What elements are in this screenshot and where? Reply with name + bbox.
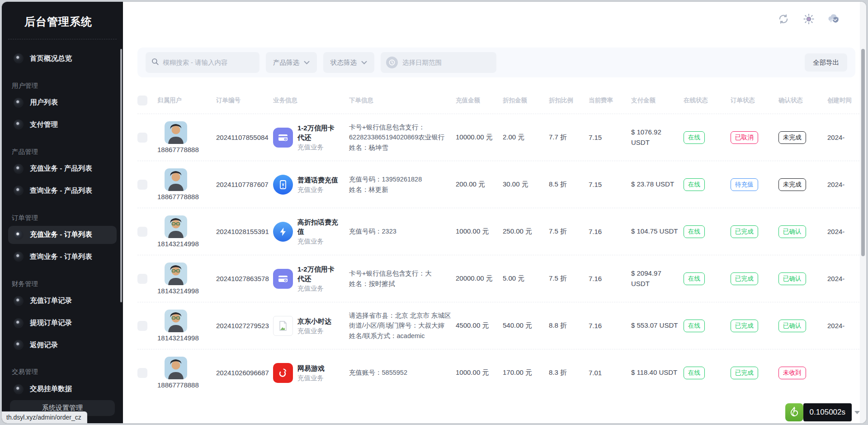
main-scrollbar-thumb[interactable] <box>861 49 865 256</box>
sidebar-item-label: 支付管理 <box>30 120 58 129</box>
record-dot-icon <box>14 53 24 63</box>
row-checkbox[interactable] <box>137 180 147 190</box>
date-range-picker[interactable]: 选择日期范围 <box>381 52 496 73</box>
product-type: 充值业务 <box>297 143 341 152</box>
discount-amount: 540.00 元 <box>503 321 545 330</box>
order-info: 卡号+银行信息包含支行：大 姓名：按时擦拭 <box>349 268 452 289</box>
user-cell: 18143214998 <box>157 310 212 342</box>
table-header-row: 归属用户 订单编号 业务信息 下单信息 充值金额 折扣金额 折扣比例 当前费率 … <box>137 91 866 114</box>
app-window: 后台管理系统 首页概况总览 用户管理 用户列表 支付管理 产品管理 充值业务 -… <box>1 1 867 424</box>
record-dot-icon <box>14 186 24 196</box>
row-checkbox[interactable] <box>137 368 147 378</box>
online-status-badge: 在线 <box>684 131 705 144</box>
record-dot-icon <box>14 164 24 174</box>
product-name: 普通话费充值 <box>297 175 341 185</box>
discount-amount: 5.00 元 <box>503 274 545 283</box>
row-checkbox[interactable] <box>137 321 147 331</box>
chevron-down-icon <box>361 59 367 66</box>
clock-icon <box>386 57 398 68</box>
timer-widget: 0.105002s <box>785 403 860 421</box>
sidebar-section-finance: 财务管理 <box>12 280 113 288</box>
sidebar-item-recharge-records[interactable]: 充值订单记录 <box>8 292 117 310</box>
caret-down-icon[interactable] <box>854 411 860 414</box>
avatar <box>165 263 187 285</box>
online-status-badge: 在线 <box>684 178 705 191</box>
product-filter-label: 产品筛选 <box>273 58 299 67</box>
sidebar-item-user-list[interactable]: 用户列表 <box>8 94 117 112</box>
row-checkbox[interactable] <box>137 274 147 284</box>
row-checkbox[interactable] <box>137 133 147 143</box>
select-all-checkbox[interactable] <box>137 96 147 105</box>
refresh-icon[interactable] <box>777 12 790 26</box>
discount-amount: 30.00 元 <box>503 180 545 189</box>
sidebar-item-recharge-orders[interactable]: 充值业务 - 订单列表 <box>8 226 117 244</box>
chevron-down-icon <box>304 59 310 66</box>
col-online: 在线状态 <box>684 96 727 105</box>
product-cell: 1-2万信用卡代还 充值业务 <box>273 264 345 293</box>
confirm-status-badge: 已确认 <box>778 320 806 332</box>
col-business: 业务信息 <box>273 96 345 105</box>
product-cell: 高折扣话费充值 充值业务 <box>273 217 345 246</box>
filter-toolbar: 产品筛选 状态筛选 选择日期范围 全部导出 <box>137 48 855 77</box>
record-dot-icon <box>14 340 24 350</box>
user-cell: 18867778888 <box>157 357 212 389</box>
extension-logo-icon[interactable] <box>785 403 803 421</box>
sidebar-item-label: 交易挂单数据 <box>30 384 72 394</box>
pay-amount: $ 118.40 USDT <box>631 368 680 378</box>
product-cell: ¥ 普通话费充值 充值业务 <box>273 175 345 195</box>
main-scrollbar-track[interactable] <box>860 2 866 423</box>
order-info: 卡号+银行信息包含支行：6228233865194020869农业银行 姓名：杨… <box>349 122 452 153</box>
sidebar-item-label: 充值订单记录 <box>30 296 72 306</box>
sidebar: 后台管理系统 首页概况总览 用户管理 用户列表 支付管理 产品管理 充值业务 -… <box>2 2 123 423</box>
order-status-badge: 已完成 <box>731 320 758 332</box>
avatar <box>165 310 187 332</box>
recharge-amount: 200.00 元 <box>456 180 499 189</box>
user-phone: 18867778888 <box>157 193 212 201</box>
theme-sun-icon[interactable] <box>802 12 816 26</box>
search-input[interactable] <box>163 59 254 66</box>
sidebar-item-query-orders[interactable]: 查询业务 - 订单列表 <box>8 248 117 266</box>
order-info: 充值账号：5855952 <box>349 368 452 377</box>
broken-image-icon <box>273 316 293 336</box>
order-no: 20241027279523 <box>216 322 269 329</box>
confirm-status-badge: 已确认 <box>778 272 806 285</box>
product-filter-select[interactable]: 产品筛选 <box>266 52 317 73</box>
sidebar-item-trade-pending[interactable]: 交易挂单数据 <box>8 380 117 398</box>
export-all-button[interactable]: 全部导出 <box>805 53 847 72</box>
sidebar-scrollbar[interactable] <box>120 49 122 302</box>
order-info: 请选择省市县：北京 北京市 东城区 街道/小区/商场门牌号：大叔大婶 姓名/联系… <box>349 310 452 341</box>
user-phone: 18143214998 <box>157 334 212 342</box>
sidebar-item-recharge-products[interactable]: 充值业务 - 产品列表 <box>8 160 117 178</box>
col-order-no: 订单编号 <box>216 96 269 105</box>
table-row: 18143214998 20241028155391 高折扣话费充值 充值业务 … <box>137 208 866 255</box>
cloud-check-icon[interactable] <box>827 12 841 26</box>
avatar <box>165 121 187 144</box>
sidebar-item-query-products[interactable]: 查询业务 - 产品列表 <box>8 181 117 200</box>
sidebar-item-rebate-records[interactable]: 返佣记录 <box>8 336 117 354</box>
search-box[interactable] <box>146 52 259 73</box>
sidebar-item-label: 用户列表 <box>30 98 58 107</box>
sidebar-item-home[interactable]: 首页概况总览 <box>8 49 117 68</box>
record-dot-icon <box>14 296 24 306</box>
pay-amount: $ 1076.92 USDT <box>631 127 680 148</box>
order-info: 充值号码：13959261828 姓名：林更新 <box>349 174 452 195</box>
sidebar-item-label: 充值业务 - 订单列表 <box>30 230 92 239</box>
confirm-status-badge: 未收到 <box>778 367 806 379</box>
table-row: 18867778888 20241107787607 ¥ 普通话费充值 充值业务… <box>137 161 866 208</box>
netease-logo-icon <box>273 363 293 383</box>
sidebar-item-label: 充值业务 - 产品列表 <box>30 164 92 173</box>
sidebar-item-payment[interactable]: 支付管理 <box>8 115 117 134</box>
status-filter-select[interactable]: 状态筛选 <box>323 52 374 73</box>
product-type: 充值业务 <box>297 327 341 335</box>
recharge-amount: 4500.00 元 <box>456 321 499 330</box>
user-cell: 18867778888 <box>157 168 212 201</box>
sidebar-item-withdraw-records[interactable]: 提现订单记录 <box>8 314 117 332</box>
product-type: 充值业务 <box>297 237 341 246</box>
online-status-badge: 在线 <box>684 225 705 238</box>
app-title: 后台管理系统 <box>2 2 123 29</box>
user-cell: 18867778888 <box>157 121 212 153</box>
sidebar-divider <box>8 39 117 39</box>
row-checkbox[interactable] <box>137 227 147 237</box>
order-status-badge: 已完成 <box>731 367 758 379</box>
status-url-tooltip: th.dsyl.xyz/admin/order_cz <box>2 411 87 423</box>
